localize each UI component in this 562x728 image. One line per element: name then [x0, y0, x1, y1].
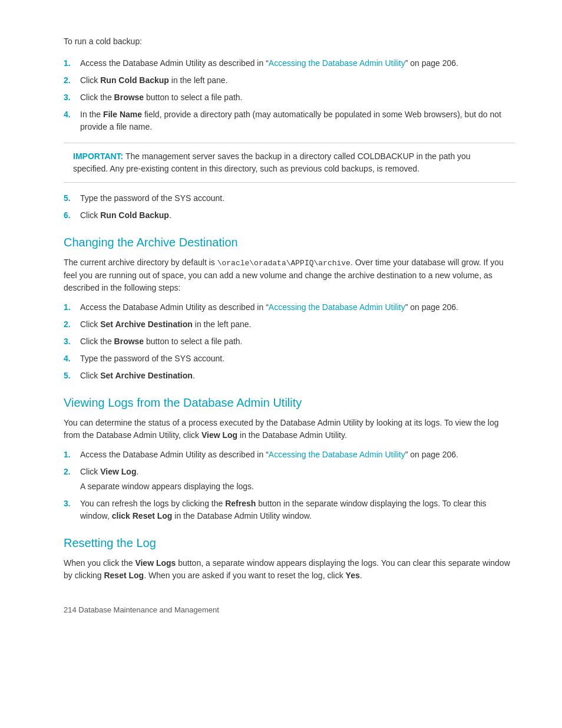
accessing-db-link-2[interactable]: Accessing the Database Admin Utility — [269, 302, 405, 312]
list-item: 4. In the File Name field, provide a dir… — [64, 108, 515, 133]
section1-intro: The current archive directory by default… — [64, 256, 515, 294]
bold-text: Refresh — [225, 499, 256, 508]
step-content: Click Set Archive Destination in the lef… — [80, 318, 515, 331]
step-number: 2. — [64, 318, 78, 331]
intro-paragraph: To run a cold backup: — [64, 35, 515, 48]
step-number: 6. — [64, 209, 78, 222]
list-item: 2. Click View Log. A separate window app… — [64, 466, 515, 493]
accessing-db-link-3[interactable]: Accessing the Database Admin Utility — [269, 450, 405, 459]
list-item: 2. Click Set Archive Destination in the … — [64, 318, 515, 331]
step-content: Access the Database Admin Utility as des… — [80, 449, 515, 461]
list-item: 3. You can refresh the logs by clicking … — [64, 498, 515, 522]
bold-text: Reset Log — [104, 571, 144, 580]
list-item: 1. Access the Database Admin Utility as … — [64, 301, 515, 314]
important-text: The management server saves the backup i… — [73, 151, 471, 173]
step-content: Access the Database Admin Utility as des… — [80, 57, 515, 70]
bold-text: Run Cold Backup — [100, 75, 169, 85]
archive-steps-list: 1. Access the Database Admin Utility as … — [64, 301, 515, 382]
cold-backup-list-1: 1. Access the Database Admin Utility as … — [64, 57, 515, 133]
step-number: 3. — [64, 335, 78, 348]
step-content: Click Set Archive Destination. — [80, 370, 515, 382]
step-content: Click the Browse button to select a file… — [80, 335, 515, 348]
section1-heading: Changing the Archive Destination — [64, 236, 515, 249]
page-container: To run a cold backup: 1. Access the Data… — [0, 0, 562, 650]
list-item: 6. Click Run Cold Backup. — [64, 209, 515, 222]
list-item: 5. Click Set Archive Destination. — [64, 370, 515, 382]
step-content: Access the Database Admin Utility as des… — [80, 301, 515, 314]
step-content: Click View Log. A separate window appear… — [80, 466, 515, 493]
list-item: 4. Type the password of the SYS account. — [64, 353, 515, 365]
step-number: 2. — [64, 466, 78, 478]
step-number: 3. — [64, 498, 78, 510]
step-number: 4. — [64, 108, 78, 121]
step-number: 5. — [64, 192, 78, 205]
bold-text: File Name — [103, 110, 142, 119]
list-item: 5. Type the password of the SYS account. — [64, 192, 515, 205]
list-item: 1. Access the Database Admin Utility as … — [64, 57, 515, 70]
list-item: 3. Click the Browse button to select a f… — [64, 335, 515, 348]
list-item: 2. Click Run Cold Backup in the left pan… — [64, 74, 515, 87]
bold-text: View Log — [100, 467, 136, 476]
step-content: Type the password of the SYS account. — [80, 353, 515, 365]
list-item: 1. Access the Database Admin Utility as … — [64, 449, 515, 461]
section2-heading: Viewing Logs from the Database Admin Uti… — [64, 396, 515, 410]
bold-text: Set Archive Destination — [100, 319, 193, 329]
step-number: 3. — [64, 91, 78, 104]
step-number: 2. — [64, 74, 78, 87]
step-content: Type the password of the SYS account. — [80, 192, 515, 205]
step-number: 1. — [64, 301, 78, 314]
important-notice: IMPORTANT: The management server saves t… — [64, 143, 515, 183]
step-content: You can refresh the logs by clicking the… — [80, 498, 515, 522]
step-number: 4. — [64, 353, 78, 365]
step-number: 1. — [64, 57, 78, 70]
bold-text: Run Cold Backup — [100, 210, 169, 220]
section3-heading: Resetting the Log — [64, 536, 515, 550]
section2-intro: You can determine the status of a proces… — [64, 417, 515, 442]
sub-text: A separate window appears displaying the… — [80, 480, 515, 493]
cold-backup-list-2: 5. Type the password of the SYS account.… — [64, 192, 515, 222]
bold-text: Browse — [114, 337, 144, 346]
step-content: In the File Name field, provide a direct… — [80, 108, 515, 133]
step-number: 1. — [64, 449, 78, 461]
step-content: Click the Browse button to select a file… — [80, 91, 515, 104]
list-item: 3. Click the Browse button to select a f… — [64, 91, 515, 104]
bold-text: View Logs — [135, 558, 176, 568]
bold-text: View Log — [201, 430, 237, 440]
accessing-db-link-1[interactable]: Accessing the Database Admin Utility — [269, 58, 405, 68]
bold-text: Set Archive Destination — [100, 371, 193, 380]
code-path: \oracle\oradata\APPIQ\archive — [217, 259, 351, 268]
bold-text: click Reset Log — [112, 511, 173, 521]
step-number: 5. — [64, 370, 78, 382]
bold-text: Browse — [114, 93, 144, 102]
section3-body: When you click the View Logs button, a s… — [64, 557, 515, 582]
step-content: Click Run Cold Backup. — [80, 209, 515, 222]
view-logs-steps-list: 1. Access the Database Admin Utility as … — [64, 449, 515, 522]
page-footer: 214 Database Maintenance and Management — [64, 605, 515, 614]
step-content: Click Run Cold Backup in the left pane. — [80, 74, 515, 87]
important-label: IMPORTANT: — [73, 151, 123, 161]
bold-text: Yes — [346, 571, 360, 580]
